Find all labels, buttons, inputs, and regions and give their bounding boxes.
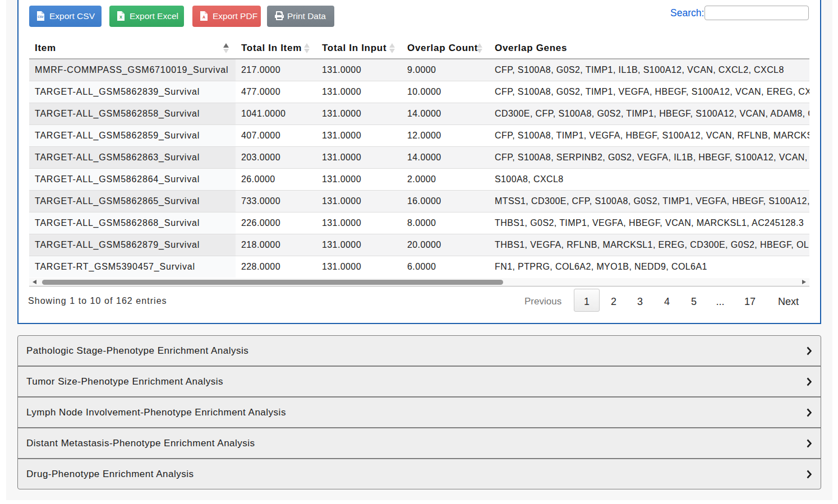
svg-text:CSV: CSV — [38, 15, 44, 19]
svg-text:A: A — [202, 15, 205, 19]
svg-text:x: x — [119, 14, 122, 20]
